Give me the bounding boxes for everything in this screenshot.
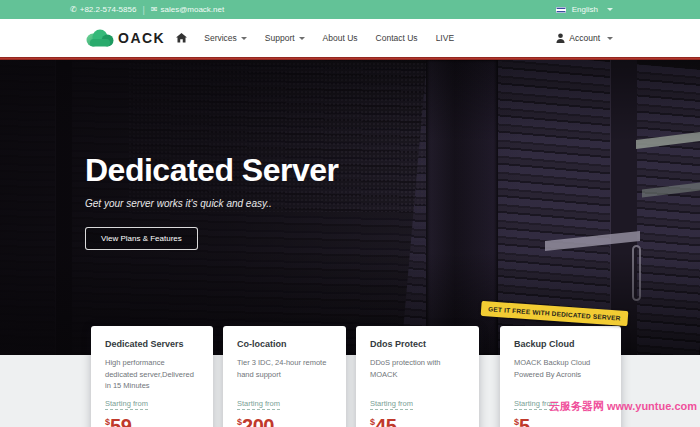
starting-from-label: Starting from	[370, 399, 413, 410]
currency-symbol: $	[514, 417, 519, 427]
phone-number: +82.2-574-5856	[80, 5, 137, 14]
nav-item-support[interactable]: Support	[256, 33, 314, 43]
view-plans-button[interactable]: View Plans & Features	[85, 227, 198, 250]
language-selector[interactable]: English	[556, 5, 613, 14]
price-amount: 59	[110, 415, 131, 427]
hero-title: Dedicated Server	[85, 152, 338, 189]
card-description: DDoS protection with MOACK	[370, 357, 465, 391]
chevron-down-icon	[607, 37, 613, 40]
card-dedicated-servers[interactable]: Dedicated Servers High performance dedic…	[91, 326, 213, 427]
price: $5.00USD/mo	[514, 415, 607, 427]
phone-icon: ✆	[70, 6, 77, 14]
language-label: English	[572, 5, 598, 14]
price: $59.00USD/mo	[105, 415, 199, 427]
email-link[interactable]: ✉ sales@moack.net	[151, 5, 224, 14]
home-icon[interactable]	[176, 33, 187, 43]
watermark: 云服务器网 www.yuntue.com	[549, 399, 697, 414]
card-title: Backup Cloud	[514, 339, 607, 349]
main-navbar: OACK Services Support About Us Contact U…	[0, 19, 700, 57]
price: $45.00USD/mo	[370, 415, 465, 427]
account-menu[interactable]: Account	[556, 33, 613, 43]
nav-item-about-us[interactable]: About Us	[314, 33, 367, 43]
starting-from-label: Starting from	[105, 399, 148, 410]
topbar-divider: |	[142, 5, 144, 15]
brand-logo[interactable]: OACK	[85, 29, 165, 48]
chevron-down-icon	[607, 8, 613, 11]
currency-symbol: $	[370, 417, 375, 427]
currency-symbol: $	[105, 417, 110, 427]
phone-link[interactable]: ✆ +82.2-574-5856	[70, 5, 136, 14]
nav-item-services[interactable]: Services	[195, 33, 256, 43]
card-title: Dedicated Servers	[105, 339, 199, 349]
card-description: Tier 3 IDC, 24-hour remote hand support	[237, 357, 332, 391]
currency-symbol: $	[237, 417, 242, 427]
nav-items: Services Support About Us Contact Us LIV…	[195, 33, 463, 43]
hero-subtitle: Get your server works it's quick and eas…	[85, 198, 338, 209]
card-title: Ddos Protect	[370, 339, 465, 349]
price: $200.00USD/mo	[237, 415, 332, 427]
price-amount: 200	[242, 415, 274, 427]
brand-name: OACK	[118, 30, 165, 46]
account-label: Account	[569, 33, 600, 43]
card-co-location[interactable]: Co-location Tier 3 IDC, 24-hour remote h…	[223, 326, 346, 427]
email-address: sales@moack.net	[160, 5, 224, 14]
starting-from-label: Starting from	[237, 399, 280, 410]
chevron-down-icon	[241, 37, 247, 40]
price-amount: 5	[519, 415, 530, 427]
flag-icon	[556, 7, 566, 13]
topbar: ✆ +82.2-574-5856 | ✉ sales@moack.net Eng…	[0, 0, 700, 19]
price-amount: 45	[375, 415, 396, 427]
cloud-logo-icon	[85, 29, 115, 48]
user-icon	[556, 33, 565, 43]
card-description: MOACK Backup Cloud Powered By Acronis	[514, 357, 607, 391]
nav-item-contact-us[interactable]: Contact Us	[367, 33, 427, 43]
card-title: Co-location	[237, 339, 332, 349]
nav-item-live[interactable]: LIVE	[427, 33, 463, 43]
chevron-down-icon	[299, 37, 305, 40]
card-description: High performance dedicated server,Delive…	[105, 357, 199, 391]
email-icon: ✉	[151, 6, 158, 14]
card-ddos-protect[interactable]: Ddos Protect DDoS protection with MOACK …	[356, 326, 479, 427]
